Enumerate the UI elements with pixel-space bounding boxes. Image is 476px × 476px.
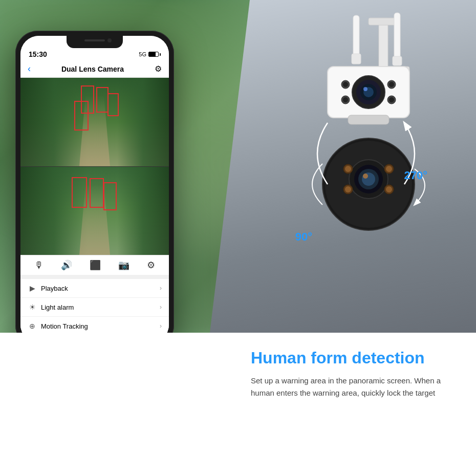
nav-back-button[interactable]: ‹ — [28, 63, 31, 74]
phone-device: 15:30 5G ‹ — [15, 31, 174, 333]
menu-items-container: ▶ Playback › ☀ Light alarm › — [20, 275, 169, 333]
svg-point-32 — [345, 186, 351, 192]
notch-camera — [107, 38, 112, 42]
svg-point-28 — [363, 174, 368, 179]
feature-description: Set up a warning area in the panoramic s… — [251, 375, 456, 399]
light-alarm-icon: ☀ — [28, 303, 37, 311]
phone-wrapper: 15:30 5G ‹ — [15, 31, 174, 333]
svg-rect-5 — [394, 13, 400, 59]
nav-bar: ‹ Dual Lens Camera ⚙ — [20, 60, 169, 78]
menu-item-left: ☀ Light alarm — [28, 303, 74, 311]
svg-point-20 — [389, 97, 394, 102]
svg-rect-3 — [353, 15, 359, 56]
bottom-section: Human form detection Set up a warning ar… — [0, 333, 476, 476]
svg-point-14 — [343, 82, 348, 87]
feature-text-section: Human form detection Set up a warning ar… — [230, 333, 476, 415]
svg-point-36 — [386, 186, 392, 192]
nav-settings-icon[interactable]: ⚙ — [155, 64, 162, 74]
person-detection-box — [90, 178, 104, 208]
menu-item-left: ⊕ Motion Tracking — [28, 322, 88, 330]
battery-icon — [148, 52, 161, 57]
menu-item-light-alarm[interactable]: ☀ Light alarm › — [20, 298, 169, 317]
phone-screen: 15:30 5G ‹ — [20, 36, 169, 333]
top-section: 270° 90° 15:30 5G — [0, 0, 476, 333]
controls-bar: 🎙 🔊 ⬛ 📷 ⚙ — [20, 255, 169, 275]
motion-tracking-icon: ⊕ — [28, 322, 37, 330]
motion-tracking-label: Motion Tracking — [41, 322, 88, 330]
chevron-icon: › — [160, 285, 162, 292]
svg-point-16 — [343, 97, 348, 102]
svg-point-30 — [345, 166, 351, 172]
svg-point-34 — [386, 166, 392, 172]
svg-point-12 — [363, 87, 367, 91]
light-alarm-label: Light alarm — [41, 304, 74, 311]
person-detection-box — [96, 87, 109, 113]
nav-title: Dual Lens Camera — [61, 65, 124, 73]
chevron-icon: › — [160, 322, 162, 330]
camera-icon[interactable]: 📷 — [118, 259, 129, 271]
playback-icon: ▶ — [28, 284, 37, 292]
status-time: 15:30 — [29, 50, 47, 58]
rotation-270-label: 270° — [404, 169, 427, 182]
svg-rect-0 — [379, 20, 388, 72]
camera-feed-bottom — [20, 167, 169, 255]
person-detection-box — [107, 93, 119, 116]
main-container: 270° 90° 15:30 5G — [0, 0, 476, 476]
svg-rect-4 — [352, 54, 361, 64]
playback-label: Playback — [41, 285, 68, 292]
camera-feeds — [20, 78, 169, 255]
menu-item-playback[interactable]: ▶ Playback › — [20, 279, 169, 298]
person-detection-box — [74, 101, 89, 131]
notch-speaker — [84, 39, 105, 41]
person-detection-box — [103, 182, 117, 210]
camera-product-image — [246, 10, 466, 307]
phone-notch — [67, 36, 123, 48]
record-icon[interactable]: ⬛ — [90, 259, 101, 271]
rotation-90-label: 90° — [295, 230, 312, 244]
status-icons: 5G — [139, 51, 161, 57]
mic-icon[interactable]: 🎙 — [34, 260, 44, 271]
settings-icon[interactable]: ⚙ — [147, 259, 155, 271]
svg-point-18 — [389, 82, 394, 87]
svg-rect-1 — [369, 18, 398, 25]
svg-rect-6 — [393, 56, 402, 66]
menu-item-motion-tracking[interactable]: ⊕ Motion Tracking › — [20, 317, 169, 333]
camera-feed-top — [20, 78, 169, 167]
speaker-icon[interactable]: 🔊 — [61, 259, 72, 271]
person-detection-box — [72, 177, 87, 208]
chevron-icon: › — [160, 304, 162, 311]
menu-item-left: ▶ Playback — [28, 284, 68, 292]
signal-label: 5G — [139, 51, 146, 57]
feature-title: Human form detection — [251, 348, 456, 367]
svg-rect-21 — [348, 115, 389, 124]
